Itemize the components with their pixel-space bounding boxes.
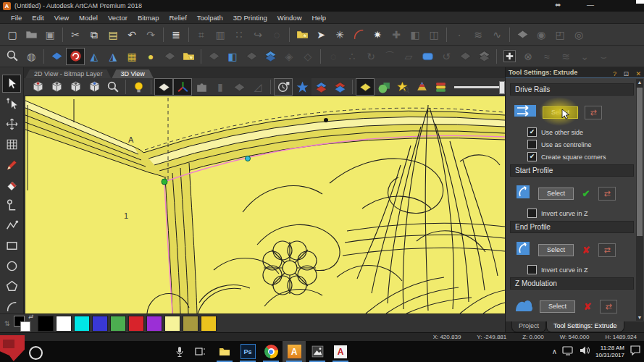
texture-relief-icon[interactable]: ▦ [122, 48, 141, 65]
checkbox-create-square-corners[interactable]: ✔Create square corners [527, 152, 635, 161]
checkbox-box[interactable]: ✔ [527, 152, 537, 161]
preview-search-icon[interactable] [393, 78, 412, 96]
scrollbar-thumb[interactable] [637, 88, 643, 236]
menu-item-relief[interactable]: Relief [164, 12, 192, 23]
speaker-icon[interactable] [579, 345, 590, 358]
background-color[interactable] [20, 321, 30, 332]
rectangle-tool-icon[interactable] [2, 237, 21, 255]
slider-track[interactable] [454, 86, 505, 88]
emboss-icon[interactable]: ◉ [532, 26, 551, 43]
plane-gray-icon[interactable] [230, 78, 248, 96]
view-along-y-icon[interactable] [85, 78, 104, 96]
photoshop-icon[interactable]: Ps [236, 341, 259, 362]
bitmap-layers-icon[interactable] [330, 78, 349, 96]
checkbox-box[interactable] [527, 140, 537, 149]
clock[interactable]: 11:28 AM 10/31/2017 [595, 345, 624, 359]
two-rail-sweep-icon[interactable]: ⌒ [380, 48, 399, 65]
checkbox-invert-curve-in-z[interactable]: Invert curve in Z [527, 209, 635, 218]
merge-low-icon[interactable]: ≋ [556, 48, 575, 65]
scroll-up-icon[interactable]: ▲ [636, 80, 643, 85]
merge-high-icon[interactable]: ≈ [538, 48, 556, 65]
block-model-icon[interactable] [192, 78, 211, 96]
task-view-icon[interactable] [191, 343, 209, 360]
relief-layers-icon[interactable] [311, 78, 330, 96]
polyline-tool-icon[interactable] [2, 216, 21, 235]
weave-icon[interactable] [456, 48, 474, 65]
close-panel-button[interactable]: ✕ [635, 70, 641, 77]
trace-bitmap-icon[interactable]: ◌ [267, 26, 286, 43]
shapes-layer-icon[interactable] [375, 78, 393, 96]
minimize-window-button[interactable]: — [587, 1, 594, 9]
menu-item-bitmap[interactable]: Bitmap [133, 12, 164, 23]
snap-icon[interactable]: ✚ [387, 26, 406, 43]
rail-node-green[interactable] [162, 179, 167, 185]
section-header-end-profile[interactable]: End Profile [510, 221, 634, 233]
fg-bg-color-selector[interactable]: ⇄ [13, 316, 32, 332]
drive-rails-swap-button[interactable]: ⇄ [585, 106, 602, 119]
panel-tab-project[interactable]: Project [511, 321, 546, 332]
invert-relief-icon[interactable] [242, 48, 261, 65]
2d-view-toggle-icon[interactable] [47, 48, 66, 65]
view-along-x-icon[interactable] [66, 78, 85, 96]
relief-wizard-icon[interactable]: ◭ [85, 48, 104, 65]
restore-window-button[interactable]: ⬌ [555, 1, 561, 9]
block-copy-icon[interactable]: ▥ [211, 26, 230, 43]
layer-stack-icon[interactable] [474, 48, 493, 65]
open-model-icon[interactable] [22, 26, 41, 43]
measure-dot-icon[interactable]: · [450, 26, 469, 43]
microphone-icon[interactable] [171, 343, 188, 360]
notes-icon[interactable]: ≣ [167, 26, 185, 43]
reset-relief-icon[interactable] [160, 48, 179, 65]
material-icon[interactable]: ▮ [211, 78, 230, 96]
light-icon[interactable] [129, 78, 148, 96]
undo-icon[interactable]: ↶ [122, 26, 141, 43]
relief-diamond-icon[interactable] [513, 26, 532, 43]
sculpt-icon[interactable]: ◇ [298, 48, 317, 65]
checkbox-invert-curve-in-z[interactable]: Invert curve in Z [527, 265, 635, 274]
mirror-vectors-icon[interactable]: ◫ [425, 26, 443, 43]
3d-view-canvas[interactable]: A 1 [25, 96, 505, 313]
star-tool-icon[interactable]: ✷ [368, 26, 387, 43]
spin-relief-icon[interactable]: ◎ [569, 26, 588, 43]
drive-rails-select-button[interactable]: Select [543, 106, 578, 119]
lock-relief-icon[interactable]: ◰ [551, 26, 569, 43]
save-model-icon[interactable]: ▣ [41, 26, 59, 43]
swap-colors-icon[interactable]: ⇄ [28, 313, 33, 320]
checkbox-box[interactable]: ✔ [527, 127, 537, 137]
carve-icon[interactable]: ⌄ [575, 48, 594, 65]
menu-item-file[interactable]: File [6, 12, 27, 23]
checkbox-use-as-centreline[interactable]: Use as centreline [527, 140, 635, 149]
draw-plane-icon[interactable] [154, 78, 173, 96]
color-swatch-0[interactable] [38, 316, 54, 332]
artcam-relief-icon[interactable] [66, 48, 85, 65]
create-curve-icon[interactable] [349, 26, 368, 43]
mirror-relief-icon[interactable]: ◧ [223, 48, 242, 65]
end-profile-select-button[interactable]: Select [538, 244, 574, 256]
add-relief-icon[interactable] [500, 48, 519, 65]
node-editing-icon[interactable]: ✳ [330, 26, 349, 43]
zoom-view-icon[interactable] [104, 78, 122, 96]
section-header-drive-rails[interactable]: Drive Rails [510, 83, 634, 96]
menu-item-view[interactable]: View [49, 12, 74, 23]
color-swatch-8[interactable] [183, 316, 198, 332]
menu-item-model[interactable]: Model [74, 12, 103, 23]
texture-dots-icon[interactable]: ≋ [469, 26, 488, 43]
file-explorer-icon[interactable] [213, 341, 236, 362]
menu-item-vector[interactable]: Vector [103, 12, 133, 23]
origin-axes-icon[interactable] [173, 78, 192, 96]
chrome-icon[interactable] [259, 341, 283, 362]
color-swatch-2[interactable] [74, 316, 90, 332]
relief-clipart-folder-icon[interactable] [179, 48, 198, 65]
distort-grid-tool-icon[interactable] [2, 135, 21, 153]
color-swatch-5[interactable] [128, 316, 144, 332]
menu-item-toolpath[interactable]: Toolpath [192, 12, 228, 23]
spin-icon[interactable]: ↻ [361, 48, 380, 65]
scale-relief-icon[interactable]: ◈ [280, 48, 298, 65]
pin-panel-button[interactable]: ⊡ [623, 70, 629, 77]
palette-grip-icon[interactable]: ⇅ [4, 320, 10, 327]
tray-chevron-icon[interactable]: ∧ [552, 348, 557, 355]
pyramid-layers-icon[interactable] [412, 78, 431, 96]
relief-from-vectors-icon[interactable]: ◮ [104, 48, 122, 65]
checkbox-use-other-side[interactable]: ✔Use other side [527, 127, 635, 137]
help-button[interactable]: ? [613, 70, 616, 77]
